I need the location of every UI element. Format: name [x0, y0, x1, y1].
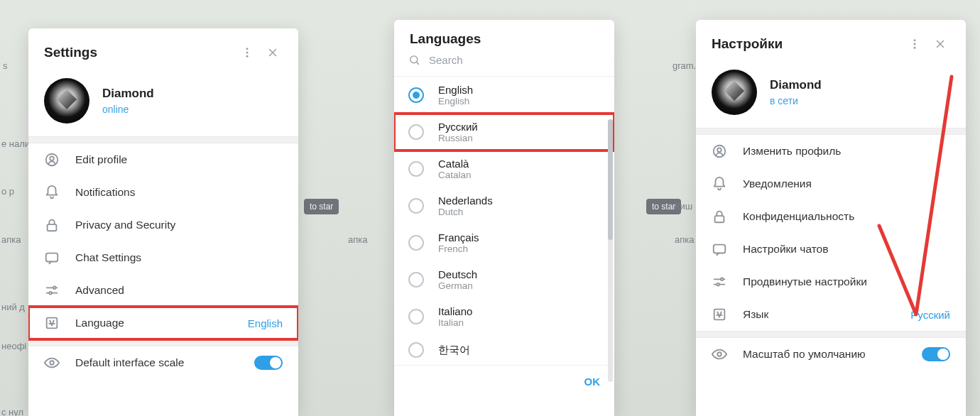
language-option[interactable]: 한국어: [394, 335, 614, 365]
lang-icon: [712, 307, 727, 322]
svg-rect-5: [48, 224, 57, 231]
row-label: Продвинутые настройки: [743, 275, 950, 288]
svg-point-14: [914, 47, 916, 49]
search-icon: [408, 54, 420, 66]
chat-icon: [712, 241, 727, 257]
lang-icon: [44, 315, 60, 331]
language-option[interactable]: CatalàCatalan: [394, 150, 614, 187]
row-label: Advanced: [75, 284, 283, 297]
row-value: English: [248, 317, 283, 329]
avatar[interactable]: [712, 70, 757, 115]
profile-section[interactable]: Diamond в сети: [696, 65, 966, 128]
settings-row-chat[interactable]: Chat Settings: [28, 241, 298, 274]
scale-toggle[interactable]: [254, 356, 283, 370]
settings-list: Изменить профильУведомленияКонфиденциаль…: [696, 135, 966, 331]
row-label: Масштаб по умолчанию: [743, 348, 906, 361]
language-subtitle: German: [438, 280, 477, 291]
radio-icon[interactable]: [408, 161, 424, 177]
lang-icon: [712, 307, 727, 322]
avatar[interactable]: [44, 78, 89, 124]
language-name: 한국어: [438, 344, 470, 357]
chat-icon: [44, 250, 60, 266]
radio-icon[interactable]: [408, 309, 424, 324]
profile-section[interactable]: Diamond online: [28, 74, 298, 136]
settings-row-sliders[interactable]: Продвинутые настройки: [696, 266, 966, 298]
lang-icon: [44, 315, 60, 331]
more-button[interactable]: [902, 31, 927, 57]
settings-row-chat[interactable]: Настройки чатов: [696, 233, 966, 266]
user-icon: [712, 143, 727, 159]
settings-row-lang[interactable]: ЯзыкРусский: [696, 298, 966, 331]
svg-point-19: [721, 278, 724, 281]
default-scale-row[interactable]: Масштаб по умолчанию: [696, 338, 966, 371]
settings-row-lock[interactable]: Privacy and Security: [28, 209, 298, 241]
eye-icon: [712, 346, 727, 362]
svg-point-20: [717, 283, 719, 286]
search-input[interactable]: [429, 54, 600, 66]
profile-status: online: [102, 104, 154, 115]
settings-list: Edit profileNotificationsPrivacy and Sec…: [28, 143, 298, 339]
language-option[interactable]: NederlandsDutch: [394, 187, 614, 224]
lock-icon: [712, 209, 727, 224]
scrollbar[interactable]: [608, 119, 613, 382]
sliders-icon: [712, 274, 727, 290]
bell-icon: [44, 185, 60, 200]
bg-text: s: [3, 60, 8, 71]
default-scale-row[interactable]: Default interface scale: [28, 346, 298, 379]
close-button[interactable]: [260, 40, 285, 65]
row-label: Изменить профиль: [743, 145, 950, 158]
settings-row-bell[interactable]: Уведомления: [696, 168, 966, 200]
bg-text: апка: [675, 234, 694, 245]
svg-point-10: [50, 361, 54, 365]
dialog-header: Settings: [28, 28, 298, 74]
radio-icon[interactable]: [408, 235, 424, 251]
search-bar[interactable]: [394, 50, 614, 77]
settings-row-lang[interactable]: LanguageEnglish: [28, 307, 298, 339]
divider: [696, 331, 966, 338]
row-label: Edit profile: [75, 153, 283, 166]
radio-icon[interactable]: [408, 124, 424, 140]
chat-icon: [44, 250, 60, 266]
ok-button[interactable]: OK: [584, 376, 601, 388]
svg-point-12: [914, 39, 916, 41]
row-label: Privacy and Security: [75, 219, 283, 231]
row-label: Default interface scale: [75, 356, 239, 369]
language-option[interactable]: EnglishEnglish: [394, 77, 614, 114]
bg-text: неофі: [1, 341, 26, 351]
language-name: English: [438, 84, 473, 96]
more-button[interactable]: [234, 40, 260, 65]
svg-point-2: [246, 55, 249, 58]
scale-toggle[interactable]: [922, 347, 950, 361]
divider: [696, 128, 966, 135]
settings-row-user[interactable]: Изменить профиль: [696, 135, 966, 168]
scrollbar-thumb[interactable]: [608, 119, 613, 240]
language-name: Italiano: [438, 305, 472, 317]
settings-row-lock[interactable]: Конфиденциальность: [696, 200, 966, 233]
radio-icon[interactable]: [408, 198, 424, 214]
close-button[interactable]: [927, 31, 953, 57]
radio-icon[interactable]: [408, 272, 424, 288]
language-name: Deutsch: [438, 268, 477, 280]
radio-icon[interactable]: [408, 342, 424, 358]
dialog-title: Настройки: [712, 36, 902, 52]
svg-point-7: [53, 287, 56, 290]
user-icon: [712, 143, 727, 159]
settings-row-user[interactable]: Edit profile: [28, 143, 298, 176]
language-subtitle: Dutch: [438, 207, 493, 217]
settings-row-sliders[interactable]: Advanced: [28, 274, 298, 307]
settings-row-bell[interactable]: Notifications: [28, 176, 298, 209]
language-option[interactable]: ItalianoItalian: [394, 298, 614, 335]
language-option[interactable]: FrançaisFrench: [394, 224, 614, 261]
radio-icon[interactable]: [408, 87, 424, 103]
language-name: Français: [438, 231, 479, 243]
svg-rect-6: [46, 253, 58, 262]
svg-point-13: [914, 43, 916, 45]
language-option[interactable]: DeutschGerman: [394, 261, 614, 298]
bg-text: о р: [1, 186, 14, 197]
language-option[interactable]: РусскийRussian: [394, 114, 614, 150]
svg-point-1: [246, 52, 249, 54]
divider: [28, 339, 298, 346]
divider: [28, 136, 298, 143]
svg-point-4: [50, 156, 54, 160]
language-subtitle: French: [438, 243, 479, 254]
